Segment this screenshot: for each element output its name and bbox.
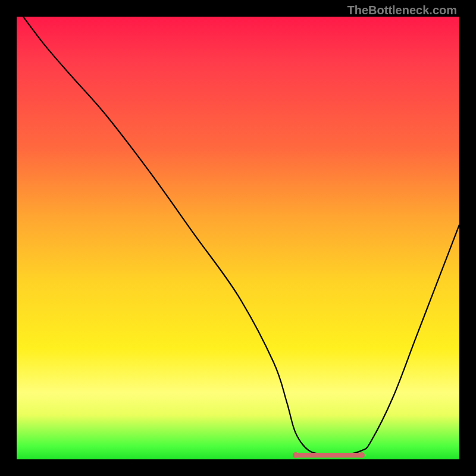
plateau-dot-left [293, 452, 299, 458]
plateau-dot-right [359, 452, 365, 458]
curve-layer [17, 17, 459, 459]
watermark-text: TheBottleneck.com [347, 4, 457, 17]
chart-frame: TheBottleneck.com [0, 0, 476, 476]
plot-area [17, 17, 459, 459]
bottleneck-curve [17, 17, 459, 456]
plateau-marker [296, 453, 362, 458]
